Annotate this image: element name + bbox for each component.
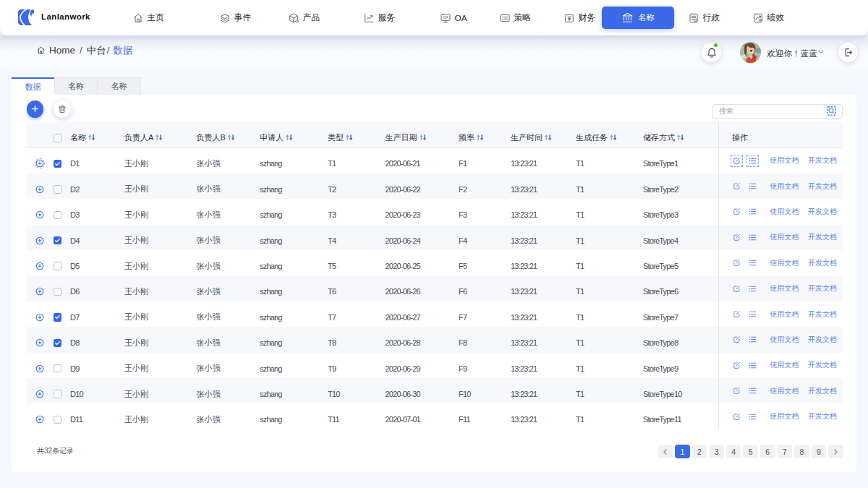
svg-text:OA: OA <box>443 15 448 20</box>
